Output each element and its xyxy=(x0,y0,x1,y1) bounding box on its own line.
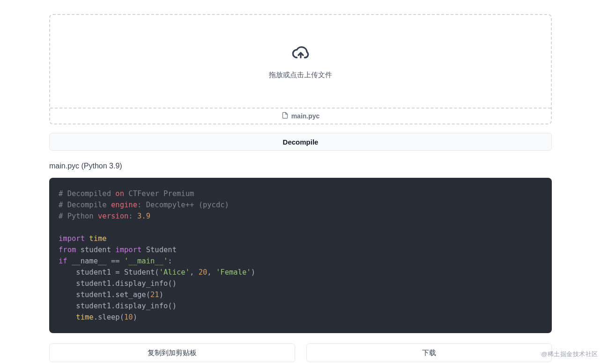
file-dropzone[interactable]: 拖放或点击上传文件 main.pyc xyxy=(49,14,552,124)
watermark-text: @稀土掘金技术社区 xyxy=(541,350,598,358)
uploaded-file-name: main.pyc xyxy=(291,112,320,120)
download-button[interactable]: 下载 xyxy=(306,343,552,362)
file-icon xyxy=(282,112,289,120)
copy-button[interactable]: 复制到加剪贴板 xyxy=(49,343,295,362)
copy-button-label: 复制到加剪贴板 xyxy=(148,349,197,357)
decompile-button[interactable]: Decompile xyxy=(49,133,552,151)
action-button-row: 复制到加剪贴板 下载 xyxy=(49,343,552,362)
dropzone-prompt: 拖放或点击上传文件 xyxy=(269,71,332,80)
result-title: main.pyc (Python 3.9) xyxy=(49,162,552,170)
decompiled-code-block: # Decompiled on CTFever Premium # Decomp… xyxy=(49,178,552,333)
decompile-button-label: Decompile xyxy=(283,138,319,146)
uploaded-file-badge: main.pyc xyxy=(50,109,551,124)
download-button-label: 下载 xyxy=(422,349,436,357)
cloud-upload-icon xyxy=(291,44,310,64)
dropzone-upper[interactable]: 拖放或点击上传文件 xyxy=(50,15,551,109)
code-pre: # Decompiled on CTFever Premium # Decomp… xyxy=(59,188,542,323)
